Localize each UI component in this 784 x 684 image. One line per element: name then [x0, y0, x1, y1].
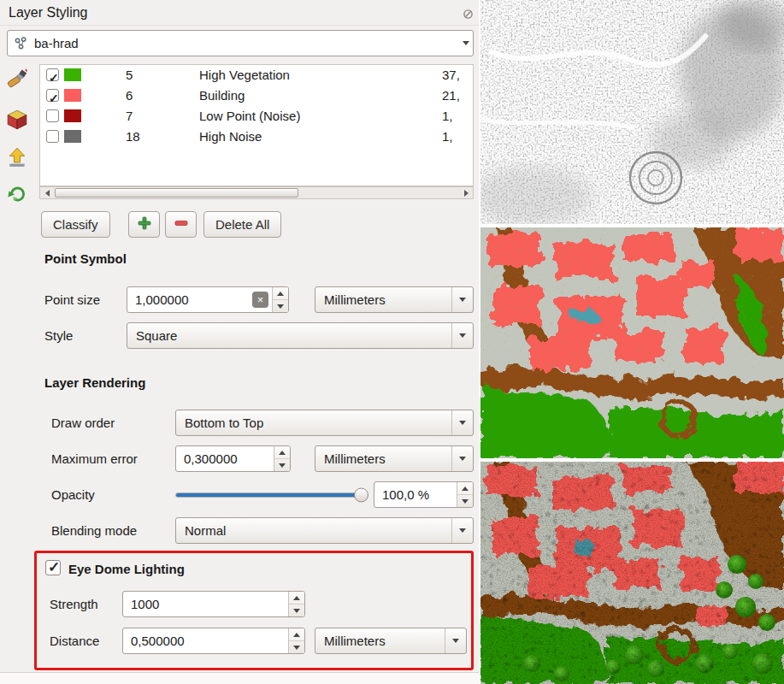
toolbar-elevation-button[interactable] [3, 144, 32, 173]
spin-down-icon[interactable] [274, 459, 290, 471]
chevron-down-icon [451, 323, 473, 348]
blending-mode-select[interactable]: Normal [175, 517, 474, 544]
spin-up-icon[interactable] [457, 482, 473, 495]
classification-table: 5 High Vegetation 37, 6 Building 21, 7 L… [39, 64, 474, 186]
point-size-unit-select[interactable]: Millimeters [315, 286, 474, 313]
maximum-error-input[interactable]: 0,300000 [175, 445, 291, 472]
spin-up-icon[interactable] [273, 287, 288, 300]
class-color-swatch[interactable] [64, 130, 81, 143]
add-class-button[interactable] [128, 211, 160, 238]
classification-flat-preview [480, 227, 784, 458]
class-visibility-checkbox[interactable] [46, 109, 59, 122]
chevron-down-icon [451, 446, 473, 471]
spin-down-icon[interactable] [457, 495, 473, 507]
class-value: 6 [126, 86, 163, 106]
paintbrush-icon [6, 67, 29, 92]
panel-titlebar: Layer Styling [0, 0, 479, 26]
style-select[interactable]: Square [127, 322, 474, 349]
panel-options-icon[interactable] [463, 8, 474, 19]
elevation-arrow-icon [6, 146, 28, 171]
chevron-down-icon [451, 287, 473, 312]
history-arrows-icon [6, 182, 28, 207]
maximum-error-unit-select[interactable]: Millimeters [315, 445, 474, 472]
scrollbar-thumb[interactable] [55, 188, 298, 198]
distance-unit-select[interactable]: Millimeters [315, 628, 467, 654]
panel-title: Layer Styling [9, 0, 88, 26]
class-count: 1, [442, 127, 471, 147]
chevron-down-icon [451, 410, 473, 435]
eye-dome-lighting-checkbox[interactable] [45, 560, 61, 575]
opacity-value-input[interactable]: 100,0 % [374, 481, 474, 508]
draw-order-select[interactable]: Bottom to Top [175, 410, 474, 436]
spin-down-icon[interactable] [273, 300, 288, 312]
spin-down-icon[interactable] [289, 604, 304, 616]
point-symbol-heading: Point Symbol [44, 251, 127, 266]
class-count: 1, [442, 106, 471, 127]
class-value: 18 [126, 127, 163, 147]
class-color-swatch[interactable] [64, 68, 81, 81]
blending-mode-label: Blending mode [51, 517, 137, 544]
class-value: 5 [126, 65, 163, 86]
class-visibility-checkbox[interactable] [46, 130, 59, 143]
chevron-down-icon [451, 518, 473, 543]
spin-up-icon[interactable] [289, 628, 304, 641]
classification-row[interactable]: 18 High Noise 1, [40, 127, 473, 147]
class-count: 37, [442, 65, 471, 86]
scroll-right-icon[interactable] [459, 187, 473, 198]
chevron-down-icon [459, 31, 473, 56]
scroll-left-icon[interactable] [40, 187, 54, 198]
layer-styling-panel: Layer Styling ba-hrad [0, 0, 479, 684]
opacity-slider-handle[interactable] [354, 487, 368, 502]
distance-input[interactable]: 0,500000 [122, 628, 305, 654]
draw-order-label: Draw order [51, 410, 115, 436]
strength-label: Strength [50, 591, 98, 617]
class-label: Low Point (Noise) [199, 106, 300, 127]
layer-name: ba-hrad [29, 36, 459, 50]
class-color-swatch[interactable] [64, 109, 81, 122]
spin-up-icon[interactable] [274, 446, 290, 459]
point-cloud-layer-icon [14, 36, 29, 51]
spin-up-icon[interactable] [289, 592, 304, 604]
spin-down-icon[interactable] [289, 641, 304, 653]
style-label: Style [44, 322, 73, 349]
classification-row[interactable]: 7 Low Point (Noise) 1, [40, 106, 473, 127]
toolbar-history-button[interactable] [3, 180, 32, 209]
classification-edl-preview [480, 462, 784, 684]
toolbar-3d-button[interactable] [3, 106, 32, 135]
classification-row[interactable]: 5 High Vegetation 37, [40, 65, 473, 86]
delete-all-button[interactable]: Delete All [203, 211, 281, 238]
chevron-down-icon [445, 628, 466, 653]
distance-label: Distance [50, 628, 99, 654]
point-size-label: Point size [44, 286, 100, 313]
plus-icon [137, 215, 152, 233]
layer-select[interactable]: ba-hrad [7, 30, 474, 56]
minus-icon [174, 215, 189, 233]
point-cloud-sketch-preview [480, 0, 784, 224]
toolbar-symbology-button[interactable] [3, 65, 32, 94]
point-size-input[interactable]: 1,000000 [127, 286, 289, 313]
strength-input[interactable]: 1000 [122, 591, 305, 617]
table-horizontal-scrollbar[interactable] [39, 186, 474, 199]
opacity-slider-fill [176, 493, 366, 497]
layer-rendering-heading: Layer Rendering [44, 375, 145, 390]
class-count: 21, [442, 86, 471, 106]
app-window: Layer Styling ba-hrad [0, 0, 784, 684]
eye-dome-lighting-label: Eye Dome Lighting [68, 556, 185, 582]
maximum-error-label: Maximum error [51, 445, 138, 472]
class-visibility-checkbox[interactable] [46, 68, 59, 81]
class-label: High Vegetation [199, 65, 290, 86]
class-label: High Noise [199, 127, 262, 147]
class-label: Building [199, 86, 245, 106]
classify-button[interactable]: Classify [41, 211, 110, 238]
class-color-swatch[interactable] [64, 89, 81, 102]
opacity-label: Opacity [51, 481, 95, 508]
class-value: 7 [126, 106, 163, 127]
cube-3d-icon [6, 109, 28, 133]
remove-class-button[interactable] [165, 211, 197, 238]
opacity-slider[interactable] [175, 481, 367, 508]
panel-bottom-strip [0, 672, 479, 684]
classification-row[interactable]: 6 Building 21, [40, 86, 473, 106]
clear-backspace-icon[interactable] [252, 292, 268, 308]
class-visibility-checkbox[interactable] [46, 89, 59, 102]
